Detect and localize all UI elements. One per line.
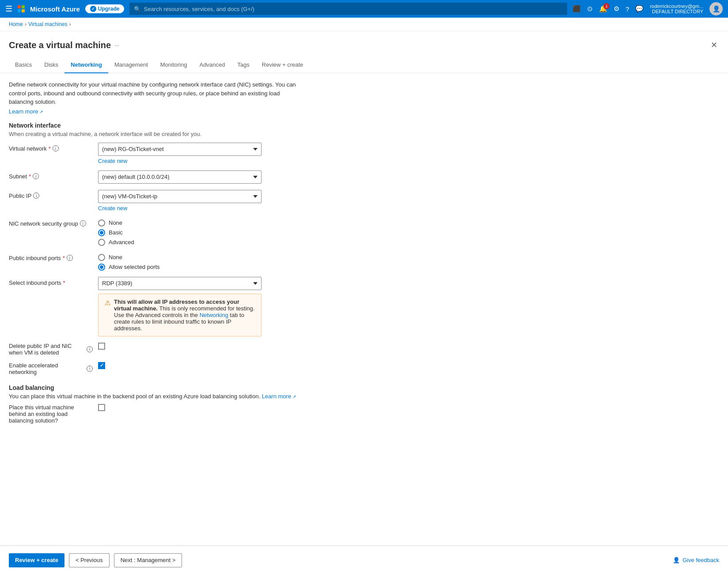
public-ip-row: Public IP i (new) VM-OsTicket-ip Create … [9, 190, 300, 211]
accelerated-networking-info-icon[interactable]: i [87, 366, 93, 372]
nic-nsg-row: NIC network security group i None Basic [9, 218, 300, 246]
search-input[interactable] [144, 6, 563, 12]
required-marker: * [49, 145, 51, 152]
public-ip-create-new[interactable]: Create new [98, 205, 300, 211]
accelerated-networking-label: Enable accelerated networking i [9, 362, 93, 375]
portal-settings-icon[interactable]: ⊙ [587, 5, 593, 13]
delete-public-ip-control [98, 343, 300, 350]
delete-public-ip-row: Delete public IP and NIC when VM is dele… [9, 343, 300, 356]
delete-public-ip-info-icon[interactable]: i [87, 346, 93, 352]
user-avatar[interactable]: 👤 [709, 2, 723, 15]
tab-advanced[interactable]: Advanced [193, 57, 231, 73]
close-button[interactable]: ✕ [709, 38, 719, 52]
tab-basics[interactable]: Basics [9, 57, 38, 73]
nic-nsg-info-icon[interactable]: i [80, 220, 86, 227]
delete-public-ip-checkbox[interactable] [98, 343, 105, 350]
page-options-icon[interactable]: ··· [114, 42, 119, 49]
virtual-network-label: Virtual network * i [9, 143, 93, 152]
nic-nsg-advanced-label: Advanced [109, 239, 134, 245]
public-ip-dropdown[interactable]: (new) VM-OsTicket-ip [98, 190, 262, 203]
tab-management[interactable]: Management [108, 57, 154, 73]
virtual-network-info-icon[interactable]: i [53, 145, 59, 151]
virtual-network-create-new[interactable]: Create new [98, 158, 300, 164]
main-container: Create a virtual machine ··· ✕ Basics Di… [0, 31, 728, 545]
settings-icon[interactable]: ⚙ [614, 5, 619, 13]
virtual-network-dropdown[interactable]: (new) RG-OsTicket-vnet [98, 143, 262, 156]
form-content: Define network connectivity for your vir… [0, 73, 309, 437]
warning-box: ⚠ This will allow all IP addresses to ac… [98, 294, 262, 336]
nic-nsg-basic-radio[interactable] [98, 229, 105, 236]
inbound-ports-info-icon[interactable]: i [67, 255, 73, 261]
subnet-control: (new) default (10.0.0.0/24) [98, 170, 300, 184]
place-behind-control [98, 404, 300, 411]
public-ip-control: (new) VM-OsTicket-ip Create new [98, 190, 300, 211]
tab-monitoring[interactable]: Monitoring [154, 57, 193, 73]
public-ip-info-icon[interactable]: i [33, 193, 39, 199]
inbound-ports-allow-option[interactable]: Allow selected ports [98, 264, 300, 271]
public-ip-label: Public IP i [9, 190, 93, 199]
warning-networking-link[interactable]: Networking [200, 312, 228, 318]
topnav-icons: ⬛ ⊙ 🔔 1 ⚙ ? 💬 roderrickcourtney@gm... DE… [573, 2, 723, 15]
select-inbound-ports-row: Select inbound ports * RDP (3389) ⚠ This… [9, 277, 300, 336]
inbound-ports-allow-label: Allow selected ports [109, 264, 160, 270]
inbound-ports-radio-group: None Allow selected ports [98, 252, 300, 271]
subnet-label: Subnet * i [9, 170, 93, 180]
inbound-ports-none-radio[interactable] [98, 254, 105, 261]
place-behind-label: Place this virtual machine behind an exi… [9, 404, 93, 424]
virtual-network-control: (new) RG-OsTicket-vnet Create new [98, 143, 300, 164]
user-menu[interactable]: roderrickcourtney@gm... DEFAULT DIRECTOR… [650, 4, 703, 14]
nic-nsg-label: NIC network security group i [9, 218, 93, 227]
subnet-required-marker: * [29, 173, 31, 180]
breadcrumb-virtual-machines[interactable]: Virtual machines [28, 21, 68, 27]
breadcrumb-home[interactable]: Home [9, 21, 23, 27]
inbound-ports-none-label: None [109, 254, 122, 261]
inbound-ports-allow-radio[interactable] [98, 264, 105, 271]
subnet-info-icon[interactable]: i [33, 173, 39, 179]
tab-networking[interactable]: Networking [64, 57, 108, 73]
tab-review-create[interactable]: Review + create [256, 57, 310, 73]
select-inbound-ports-dropdown[interactable]: RDP (3389) [98, 277, 262, 290]
nic-nsg-none-option[interactable]: None [98, 219, 300, 227]
subnet-dropdown[interactable]: (new) default (10.0.0.0/24) [98, 170, 262, 184]
tab-disks[interactable]: Disks [38, 57, 64, 73]
inbound-ports-required: * [63, 255, 65, 261]
help-icon[interactable]: ? [626, 5, 629, 13]
nic-nsg-none-radio[interactable] [98, 219, 105, 227]
tab-tags[interactable]: Tags [231, 57, 255, 73]
load-balancing-learn-more[interactable]: Learn more [262, 393, 296, 400]
place-behind-checkbox[interactable] [98, 404, 105, 411]
upgrade-button[interactable]: ✓ Upgrade [85, 4, 125, 13]
nic-nsg-advanced-option[interactable]: Advanced [98, 239, 300, 246]
nic-nsg-advanced-radio[interactable] [98, 239, 105, 246]
load-balancing-title: Load balancing [9, 384, 300, 391]
page-header: Create a virtual machine ··· ✕ [0, 31, 728, 52]
network-interface-subtitle: When creating a virtual machine, a netwo… [9, 131, 300, 137]
breadcrumb-sep1: › [25, 21, 27, 27]
nic-nsg-basic-option[interactable]: Basic [98, 229, 300, 236]
feedback-icon[interactable]: 💬 [635, 5, 644, 13]
page-title: Create a virtual machine [9, 40, 111, 50]
delete-public-ip-label: Delete public IP and NIC when VM is dele… [9, 343, 93, 356]
inbound-ports-row: Public inbound ports * i None Allow sele… [9, 252, 300, 271]
breadcrumb-sep2: › [69, 21, 71, 27]
load-balancing-desc: You can place this virtual machine in th… [9, 393, 300, 400]
place-behind-row: Place this virtual machine behind an exi… [9, 404, 300, 424]
cloud-shell-icon[interactable]: ⬛ [573, 5, 581, 13]
accelerated-networking-checkbox[interactable] [98, 362, 105, 369]
inbound-ports-control: None Allow selected ports [98, 252, 300, 271]
tabs-bar: Basics Disks Networking Management Monit… [0, 57, 728, 73]
inbound-ports-none-option[interactable]: None [98, 254, 300, 261]
warning-icon: ⚠ [105, 299, 110, 307]
hamburger-menu[interactable]: ☰ [5, 4, 12, 14]
warning-text: This will allow all IP addresses to acce… [114, 298, 255, 332]
learn-more-link[interactable]: Learn more [9, 108, 43, 115]
nic-nsg-control: None Basic Advanced [98, 218, 300, 246]
microsoft-logo [18, 5, 25, 12]
select-inbound-required: * [63, 279, 65, 286]
networking-description: Define network connectivity for your vir… [9, 80, 300, 106]
notifications-icon[interactable]: 🔔 1 [599, 5, 607, 13]
breadcrumb: Home › Virtual machines › [0, 18, 728, 31]
brand-name: Microsoft Azure [30, 5, 80, 13]
accelerated-networking-row: Enable accelerated networking i [9, 362, 300, 375]
search-bar[interactable]: 🔍 [129, 3, 567, 15]
